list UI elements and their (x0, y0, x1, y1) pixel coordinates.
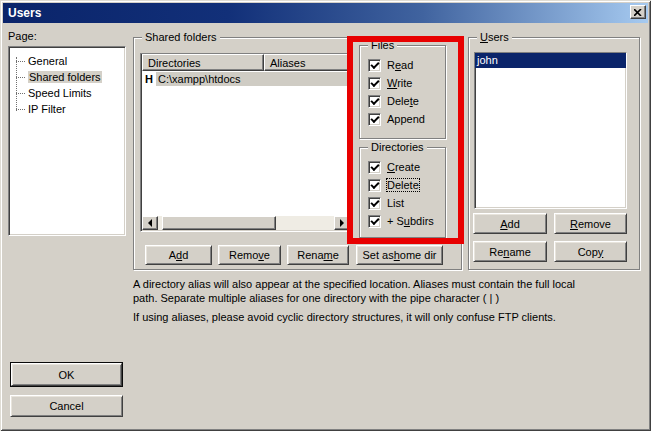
list-checkbox[interactable] (368, 197, 381, 210)
window-title: Users (8, 6, 41, 20)
scroll-left-button[interactable] (142, 216, 158, 230)
cyclic-note: If using aliases, please avoid cyclic di… (133, 310, 556, 324)
write-checkbox[interactable] (368, 77, 381, 90)
file-delete-checkbox-row: Delete (368, 94, 419, 108)
page-label: Page: (8, 30, 37, 42)
subdirs-checkbox[interactable] (368, 215, 381, 228)
user-copy-button[interactable]: Copy (554, 241, 627, 262)
user-remove-button[interactable]: Remove (554, 213, 627, 234)
user-add-button[interactable]: Add (473, 213, 547, 234)
users-group-label: Users (477, 31, 512, 43)
close-button[interactable] (630, 5, 646, 19)
page-list[interactable]: General Shared folders Speed Limits IP F… (8, 46, 126, 236)
directory-list: Directories Aliases H C:\xampp\htdocs (140, 53, 352, 232)
create-checkbox[interactable] (368, 161, 381, 174)
files-group: Files Read Write Delete Append (359, 45, 446, 139)
list-checkbox-row: List (368, 196, 404, 210)
file-delete-checkbox[interactable] (368, 95, 381, 108)
ok-button-default-frame: OK (10, 362, 123, 387)
set-as-home-dir-button[interactable]: Set as home dir (356, 245, 443, 265)
scroll-right-icon (340, 219, 344, 227)
create-checkbox-row: Create (368, 160, 420, 174)
dir-delete-checkbox-row: Delete (368, 178, 419, 192)
home-flag: H (142, 73, 156, 85)
folder-rename-button[interactable]: Rename (287, 245, 349, 265)
folder-remove-button[interactable]: Remove (218, 245, 281, 265)
append-checkbox[interactable] (368, 113, 381, 126)
shared-folders-group-label: Shared folders (142, 31, 220, 43)
files-group-label: Files (368, 39, 397, 51)
column-header-aliases[interactable]: Aliases (264, 54, 350, 71)
directories-group-label: Directories (368, 141, 427, 153)
scroll-left-icon (148, 219, 152, 227)
read-checkbox[interactable] (368, 59, 381, 72)
directory-path: C:\xampp\htdocs (156, 72, 350, 86)
horizontal-scrollbar[interactable] (142, 216, 350, 230)
user-rename-button[interactable]: Rename (473, 241, 547, 262)
directories-group: Directories Create Delete List + Subdirs (359, 147, 446, 238)
scrollbar-thumb[interactable] (162, 216, 276, 230)
cancel-button[interactable]: Cancel (10, 395, 123, 417)
ok-button[interactable]: OK (11, 363, 122, 386)
write-checkbox-row: Write (368, 76, 412, 90)
directory-row[interactable]: H C:\xampp\htdocs (142, 71, 350, 87)
page-item-speed-limits[interactable]: Speed Limits (9, 85, 125, 101)
append-checkbox-row: Append (368, 112, 425, 126)
user-item-john[interactable]: john (475, 53, 626, 68)
read-checkbox-row: Read (368, 58, 413, 72)
scroll-right-button[interactable] (334, 216, 350, 230)
column-header-directories[interactable]: Directories (142, 54, 264, 71)
page-item-ip-filter[interactable]: IP Filter (9, 101, 125, 117)
close-icon (634, 9, 642, 16)
folder-add-button[interactable]: Add (145, 245, 212, 265)
users-list[interactable]: john (474, 52, 627, 209)
subdirs-checkbox-row: + Subdirs (368, 214, 434, 228)
users-dialog: Users Page: General Shared folders Speed… (0, 0, 651, 431)
title-bar[interactable]: Users (3, 3, 648, 23)
alias-note-line2: path. Separate multiple aliases for one … (133, 291, 499, 305)
alias-note-line1: A directory alias will also appear at th… (133, 277, 575, 291)
dir-delete-checkbox[interactable] (368, 179, 381, 192)
page-item-general[interactable]: General (9, 53, 125, 69)
page-item-shared-folders[interactable]: Shared folders (9, 69, 125, 85)
